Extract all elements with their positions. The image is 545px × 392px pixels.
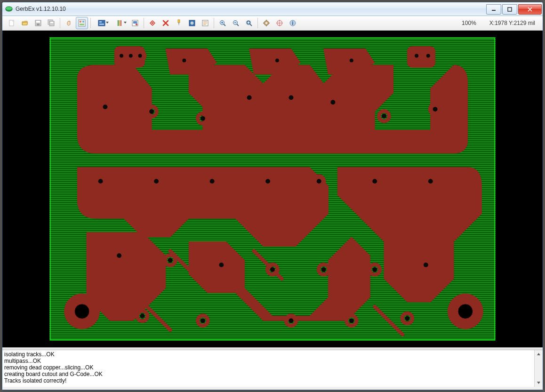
svg-point-86 <box>317 179 321 184</box>
svg-rect-6 <box>36 21 40 23</box>
svg-point-73 <box>426 54 430 58</box>
svg-point-59 <box>74 304 89 319</box>
app-window: GerbEx v1.12.10.10 i <box>2 2 543 390</box>
svg-point-80 <box>382 114 386 119</box>
scroll-up-button[interactable] <box>535 350 543 358</box>
svg-point-91 <box>219 263 224 267</box>
svg-point-81 <box>433 107 438 112</box>
svg-point-79 <box>330 100 335 104</box>
svg-text:i: i <box>292 21 294 26</box>
open-file-button[interactable] <box>19 17 31 29</box>
zoom-out-button[interactable] <box>230 17 242 29</box>
svg-point-67 <box>129 54 133 58</box>
toolbar-status: 100% X:1978 Y:2129 mil <box>462 20 540 26</box>
svg-point-75 <box>149 109 154 114</box>
svg-point-85 <box>265 179 270 184</box>
drill-button[interactable] <box>173 17 185 29</box>
inspect-button[interactable] <box>186 17 198 29</box>
delete-button[interactable] <box>160 17 172 29</box>
svg-point-97 <box>200 318 205 323</box>
tools-dropdown[interactable] <box>111 17 128 29</box>
svg-point-84 <box>210 179 215 184</box>
svg-point-72 <box>415 54 418 58</box>
svg-point-68 <box>138 54 142 58</box>
svg-point-74 <box>103 104 108 109</box>
svg-rect-16 <box>99 21 102 23</box>
target-button[interactable] <box>273 17 286 29</box>
svg-rect-65 <box>291 130 329 144</box>
cursor-coordinates: X:1978 Y:2129 mil <box>489 20 535 26</box>
svg-point-43 <box>265 22 267 24</box>
log-scrollbar[interactable] <box>534 350 543 387</box>
svg-point-69 <box>182 58 186 62</box>
svg-line-37 <box>237 24 239 26</box>
svg-point-71 <box>350 58 353 62</box>
svg-point-78 <box>289 95 294 100</box>
svg-point-95 <box>424 263 428 267</box>
svg-point-90 <box>168 258 173 263</box>
svg-point-94 <box>372 267 377 272</box>
svg-rect-15 <box>98 20 105 26</box>
toolbar: i 100% X:1978 Y:2129 mil <box>2 16 543 31</box>
svg-point-61 <box>458 304 473 319</box>
settings-button[interactable] <box>260 17 272 29</box>
log-output: isolating tracks...OK multipass...OK rem… <box>2 350 534 387</box>
board-view-button[interactable] <box>76 17 88 29</box>
svg-point-99 <box>349 318 354 323</box>
log-panel: isolating tracks...OK multipass...OK rem… <box>2 350 543 387</box>
maximize-button[interactable] <box>502 4 517 15</box>
svg-point-83 <box>154 179 159 184</box>
svg-point-76 <box>200 116 205 121</box>
copper-layer <box>49 37 496 339</box>
svg-point-89 <box>117 253 121 258</box>
svg-rect-22 <box>133 21 137 24</box>
svg-point-96 <box>140 314 145 319</box>
new-file-button[interactable] <box>6 17 18 29</box>
svg-rect-64 <box>231 130 268 144</box>
hand-tool-button[interactable] <box>63 17 75 29</box>
preview-button[interactable] <box>129 17 141 29</box>
svg-point-93 <box>321 267 326 272</box>
svg-point-77 <box>247 95 252 100</box>
svg-rect-13 <box>82 21 84 23</box>
svg-point-27 <box>192 23 192 24</box>
svg-rect-7 <box>37 24 40 25</box>
svg-point-1 <box>6 7 12 10</box>
window-title: GerbEx v1.12.10.10 <box>16 6 66 12</box>
svg-rect-10 <box>50 22 53 23</box>
svg-rect-3 <box>508 8 512 11</box>
zoom-level: 100% <box>462 20 476 26</box>
svg-point-92 <box>270 267 275 272</box>
svg-point-87 <box>372 179 377 184</box>
svg-point-82 <box>98 179 103 184</box>
svg-point-70 <box>275 58 279 62</box>
clear-button[interactable] <box>146 17 159 29</box>
svg-point-23 <box>136 24 137 25</box>
info-button[interactable]: i <box>287 17 299 29</box>
svg-point-100 <box>405 316 409 321</box>
svg-point-98 <box>289 318 294 323</box>
minimize-button[interactable] <box>486 4 501 15</box>
close-button[interactable] <box>518 4 542 15</box>
pcb-canvas[interactable] <box>2 31 543 347</box>
titlebar: GerbEx v1.12.10.10 <box>2 2 543 16</box>
window-controls <box>485 4 542 14</box>
app-icon <box>5 5 13 13</box>
svg-line-33 <box>224 24 225 26</box>
zoom-fit-button[interactable] <box>243 17 255 29</box>
svg-point-66 <box>120 54 123 58</box>
svg-rect-24 <box>178 20 180 23</box>
svg-point-88 <box>428 179 433 184</box>
scroll-down-button[interactable] <box>535 379 543 387</box>
svg-line-40 <box>250 24 252 26</box>
save-all-button[interactable] <box>45 17 57 29</box>
layers-dropdown[interactable] <box>93 17 110 29</box>
zoom-in-button[interactable] <box>216 17 229 29</box>
svg-rect-17 <box>99 24 104 25</box>
svg-rect-12 <box>80 21 81 23</box>
svg-rect-14 <box>80 24 84 25</box>
statusbar <box>2 387 543 390</box>
report-button[interactable] <box>199 17 211 29</box>
save-button[interactable] <box>32 17 44 29</box>
